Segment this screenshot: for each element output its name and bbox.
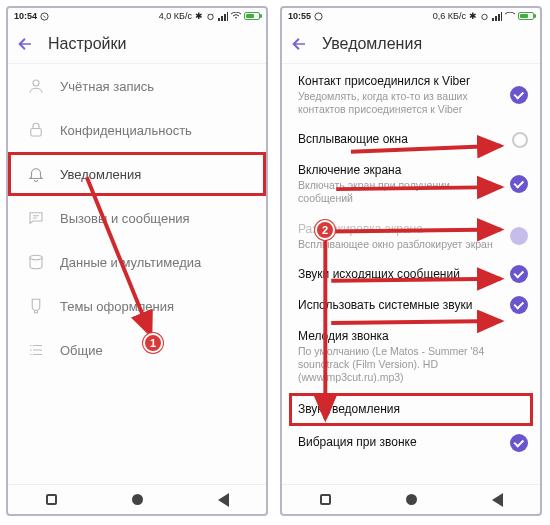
status-net: 0,6 КБ/с <box>433 11 466 21</box>
row-ringtone[interactable]: Мелодия звонка По умолчанию (Le Matos - … <box>282 321 540 392</box>
battery-icon <box>244 12 260 20</box>
row-contact-joined[interactable]: Контакт присоединился к Viber Уведомлять… <box>282 66 540 124</box>
settings-item-label: Вызовы и сообщения <box>60 211 190 226</box>
settings-item-label: Уведомления <box>60 167 141 182</box>
row-title: Мелодия звонка <box>298 329 494 344</box>
settings-item-themes[interactable]: Темы оформления <box>8 284 266 328</box>
settings-item-media[interactable]: Данные и мультимедиа <box>8 240 266 284</box>
nav-bar <box>282 484 540 514</box>
viber-icon <box>314 12 323 21</box>
back-icon[interactable] <box>290 35 308 53</box>
header: Настройки <box>8 24 266 64</box>
row-vibrate-call[interactable]: Вибрация при звонке <box>282 427 540 458</box>
settings-list: Учётная запись Конфиденциальность Уведом… <box>8 64 266 484</box>
row-title: Звук уведомления <box>298 402 494 417</box>
list-icon <box>26 340 46 360</box>
row-title: Всплывающие окна <box>298 132 494 147</box>
settings-item-privacy[interactable]: Конфиденциальность <box>8 108 266 152</box>
nav-back-icon[interactable] <box>492 493 503 507</box>
status-bar: 10:54 4,0 КБ/с ✱ <box>8 8 266 24</box>
header: Уведомления <box>282 24 540 64</box>
nav-recent-icon[interactable] <box>46 494 57 505</box>
wifi-icon <box>505 12 515 20</box>
svg-rect-3 <box>31 129 42 137</box>
row-system-sounds[interactable]: Использовать системные звуки <box>282 290 540 321</box>
status-time: 10:54 <box>14 11 37 21</box>
toggle-icon[interactable] <box>512 132 528 148</box>
nav-recent-icon[interactable] <box>320 494 331 505</box>
row-subtitle: Уведомлять, когда кто-то из ваших контак… <box>298 90 494 116</box>
row-title: Включение экрана <box>298 163 494 178</box>
toggle-icon[interactable] <box>510 434 528 452</box>
settings-item-label: Конфиденциальность <box>60 123 192 138</box>
signal-icon <box>492 12 502 21</box>
row-title: Разблокировка экрана <box>298 222 494 237</box>
back-icon[interactable] <box>16 35 34 53</box>
status-net: 4,0 КБ/с <box>159 11 192 21</box>
toggle-icon[interactable] <box>510 227 528 245</box>
settings-item-label: Учётная запись <box>60 79 154 94</box>
lock-icon <box>26 120 46 140</box>
notifications-list: Контакт присоединился к Viber Уведомлять… <box>282 64 540 484</box>
row-title: Вибрация при звонке <box>298 435 494 450</box>
row-unlock-screen[interactable]: Разблокировка экрана Всплывающее окно ра… <box>282 214 540 259</box>
settings-item-label: Данные и мультимедиа <box>60 255 201 270</box>
page-title: Настройки <box>48 35 126 53</box>
settings-item-general[interactable]: Общие <box>8 328 266 372</box>
settings-item-calls[interactable]: Вызовы и сообщения <box>8 196 266 240</box>
toggle-icon[interactable] <box>510 86 528 104</box>
svg-point-7 <box>482 14 487 19</box>
row-outgoing-sounds[interactable]: Звуки исходящих сообщений <box>282 259 540 290</box>
bluetooth-icon: ✱ <box>195 11 203 21</box>
row-title: Контакт присоединился к Viber <box>298 74 494 89</box>
alarm-icon <box>206 12 215 21</box>
row-title: Звуки исходящих сообщений <box>298 267 494 282</box>
settings-item-label: Общие <box>60 343 103 358</box>
bluetooth-icon: ✱ <box>469 11 477 21</box>
storage-icon <box>26 252 46 272</box>
toggle-icon[interactable] <box>510 296 528 314</box>
phone-right: 10:55 0,6 КБ/с ✱ Уведомления Контакт при… <box>280 6 542 516</box>
row-subtitle: По умолчанию (Le Matos - Summer '84 soun… <box>298 345 494 384</box>
row-subtitle: Включать экран при получении сообщений <box>298 179 494 205</box>
nav-bar <box>8 484 266 514</box>
status-bar: 10:55 0,6 КБ/с ✱ <box>282 8 540 24</box>
status-time: 10:55 <box>288 11 311 21</box>
wifi-icon <box>231 12 241 20</box>
row-screen-on[interactable]: Включение экрана Включать экран при полу… <box>282 155 540 213</box>
svg-point-4 <box>30 255 42 260</box>
row-subtitle: Всплывающее окно разблокирует экран <box>298 238 494 251</box>
viber-icon <box>40 12 49 21</box>
settings-item-label: Темы оформления <box>60 299 174 314</box>
svg-point-6 <box>315 12 322 19</box>
brush-icon <box>26 296 46 316</box>
phone-left: 10:54 4,0 КБ/с ✱ Настройки Учётная запис… <box>6 6 268 516</box>
bell-icon <box>26 164 46 184</box>
chat-icon <box>26 208 46 228</box>
toggle-icon[interactable] <box>510 175 528 193</box>
svg-point-2 <box>33 80 39 86</box>
nav-home-icon[interactable] <box>132 494 143 505</box>
row-title: Использовать системные звуки <box>298 298 494 313</box>
battery-icon <box>518 12 534 20</box>
row-notification-sound[interactable]: Звук уведомления <box>290 394 532 425</box>
svg-point-1 <box>208 14 213 19</box>
nav-home-icon[interactable] <box>406 494 417 505</box>
alarm-icon <box>480 12 489 21</box>
toggle-icon[interactable] <box>510 265 528 283</box>
settings-item-account[interactable]: Учётная запись <box>8 64 266 108</box>
row-popups[interactable]: Всплывающие окна <box>282 124 540 155</box>
page-title: Уведомления <box>322 35 422 53</box>
user-icon <box>26 76 46 96</box>
settings-item-notifications[interactable]: Уведомления <box>8 152 266 196</box>
signal-icon <box>218 12 228 21</box>
nav-back-icon[interactable] <box>218 493 229 507</box>
